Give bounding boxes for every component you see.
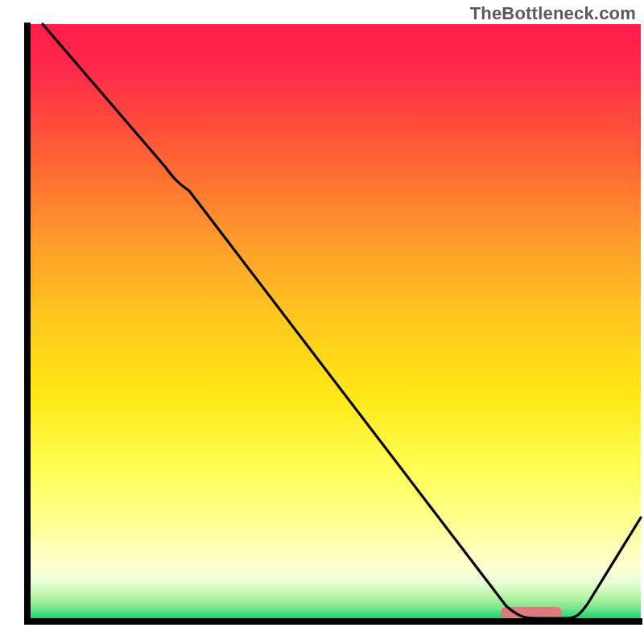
- chart-svg: [0, 0, 644, 644]
- y-axis: [24, 23, 31, 625]
- chart-container: TheBottleneck.com: [0, 0, 644, 644]
- watermark-text: TheBottleneck.com: [470, 3, 636, 24]
- plot-background: [31, 24, 641, 618]
